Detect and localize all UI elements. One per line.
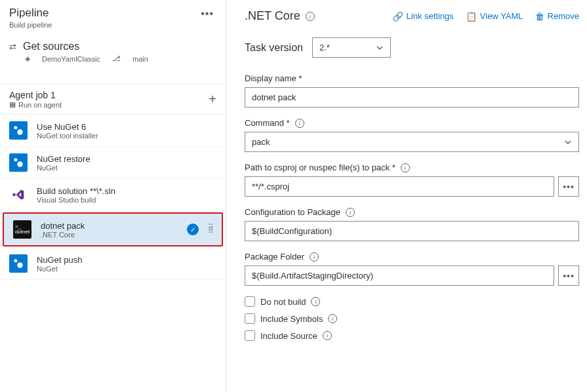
task-subtitle: NuGet xyxy=(37,265,216,273)
svg-point-0 xyxy=(14,126,17,129)
nuget-icon xyxy=(9,153,28,172)
include-symbols-checkbox[interactable] xyxy=(245,313,255,324)
display-name-label: Display name * xyxy=(245,73,302,83)
svg-point-4 xyxy=(14,259,17,262)
agent-job-subtitle: Run on agent xyxy=(18,101,62,109)
task-title: NuGet restore xyxy=(37,154,216,164)
task-dotnet-pack[interactable]: >_dotnet dotnet pack .NET Core ✓ ⠿⠿ xyxy=(3,212,223,246)
include-symbols-label: Include Symbols xyxy=(260,314,323,324)
browse-path-button[interactable]: ••• xyxy=(558,176,579,197)
include-source-label: Include Source xyxy=(260,331,317,341)
svg-point-3 xyxy=(17,161,22,167)
command-label: Command * xyxy=(245,118,290,128)
info-icon[interactable]: i xyxy=(295,119,304,128)
path-input[interactable] xyxy=(245,176,554,197)
no-build-label: Do not build xyxy=(260,297,306,307)
nuget-icon xyxy=(9,254,28,273)
get-sources-title: Get sources xyxy=(23,41,79,52)
agent-job-header[interactable]: Agent job 1 ▦ Run on agent + xyxy=(0,84,226,115)
remove-button[interactable]: 🗑Remove xyxy=(535,11,579,22)
repo-icon: ◈ xyxy=(25,54,30,63)
nuget-icon xyxy=(9,121,28,140)
yaml-icon: 📋 xyxy=(466,11,477,22)
pipeline-subtitle: Build pipeline xyxy=(9,21,52,29)
branch-name: main xyxy=(132,55,148,63)
task-title: dotnet pack xyxy=(41,221,178,231)
task-nuget-push[interactable]: NuGet push NuGet xyxy=(0,248,226,280)
task-use-nuget[interactable]: Use NuGet 6 NuGet tool installer xyxy=(0,115,226,147)
task-title: NuGet push xyxy=(37,255,216,265)
task-title: Build solution **\*.sln xyxy=(37,186,216,196)
info-icon[interactable]: i xyxy=(328,314,337,323)
info-icon[interactable]: i xyxy=(306,12,315,21)
pipeline-title: Pipeline xyxy=(9,7,52,20)
link-settings-button[interactable]: 🔗Link settings xyxy=(392,11,454,22)
repo-name: DemoYamlClassic xyxy=(42,55,100,63)
agent-job-title: Agent job 1 xyxy=(9,90,62,100)
right-panel: .NET Core i 🔗Link settings 📋View YAML 🗑R… xyxy=(226,0,587,392)
info-icon[interactable]: i xyxy=(311,297,320,306)
task-build-solution[interactable]: Build solution **\*.sln Visual Studio bu… xyxy=(0,179,226,211)
task-version-select[interactable]: 2.* xyxy=(312,37,391,58)
left-panel: Pipeline Build pipeline ••• ⇄ Get source… xyxy=(0,0,226,392)
browse-folder-button[interactable]: ••• xyxy=(558,265,579,286)
svg-point-1 xyxy=(17,129,22,134)
no-build-checkbox[interactable] xyxy=(245,296,255,307)
vs-icon xyxy=(9,186,28,204)
link-icon: 🔗 xyxy=(392,11,403,22)
config-label: Configuration to Package xyxy=(245,207,340,217)
dotnet-icon: >_dotnet xyxy=(13,220,31,239)
trash-icon: 🗑 xyxy=(535,11,544,22)
get-sources[interactable]: ⇄ Get sources ◈ DemoYamlClassic ⎇ main xyxy=(0,34,226,68)
task-nuget-restore[interactable]: NuGet restore NuGet xyxy=(0,147,226,179)
task-subtitle: .NET Core xyxy=(41,231,178,239)
display-name-input[interactable] xyxy=(245,87,579,108)
task-title: Use NuGet 6 xyxy=(37,122,216,132)
check-icon: ✓ xyxy=(187,224,199,235)
path-label: Path to csproj or nuspec file(s) to pack… xyxy=(245,163,395,172)
config-input[interactable] xyxy=(245,221,579,241)
folder-input[interactable] xyxy=(245,265,554,286)
folder-label: Package Folder xyxy=(245,252,304,262)
task-subtitle: NuGet xyxy=(37,164,216,172)
view-yaml-button[interactable]: 📋View YAML xyxy=(466,11,523,22)
include-source-checkbox[interactable] xyxy=(245,330,255,341)
sources-icon: ⇄ xyxy=(9,42,16,52)
info-icon[interactable]: i xyxy=(310,252,319,262)
detail-header: .NET Core i 🔗Link settings 📋View YAML 🗑R… xyxy=(245,9,579,23)
command-select[interactable]: pack xyxy=(245,132,579,152)
svg-point-2 xyxy=(14,158,17,161)
svg-point-5 xyxy=(17,262,22,267)
task-subtitle: Visual Studio build xyxy=(37,196,216,204)
detail-title: .NET Core xyxy=(245,9,300,23)
info-icon[interactable]: i xyxy=(401,163,410,172)
task-version-label: Task version xyxy=(245,42,303,54)
task-subtitle: NuGet tool installer xyxy=(37,132,216,140)
pipeline-header: Pipeline Build pipeline ••• xyxy=(0,0,226,34)
agent-icon: ▦ xyxy=(9,100,16,109)
info-icon[interactable]: i xyxy=(323,331,332,340)
branch-icon: ⎇ xyxy=(112,54,121,63)
add-task-button[interactable]: + xyxy=(209,92,216,107)
info-icon[interactable]: i xyxy=(346,208,355,217)
more-actions-button[interactable]: ••• xyxy=(198,7,216,21)
drag-handle[interactable]: ⠿⠿ xyxy=(208,226,213,233)
